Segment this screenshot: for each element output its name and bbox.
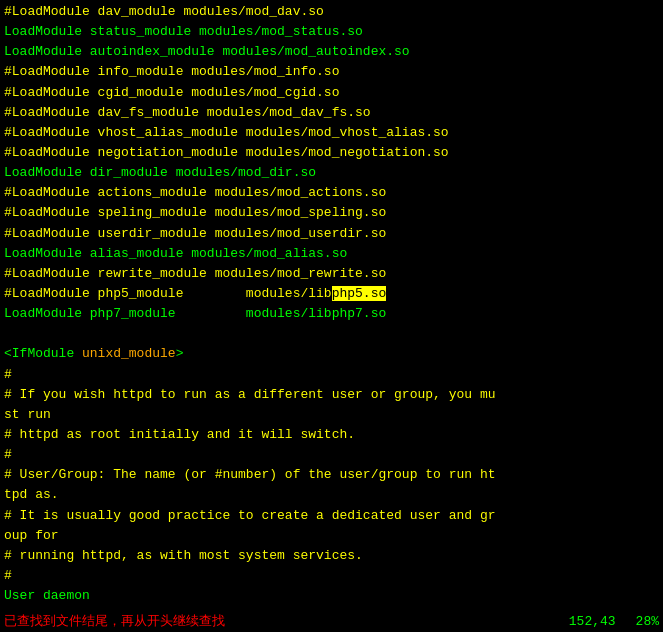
status-right: 152,43 28% [569, 614, 659, 629]
line-19: # [4, 365, 659, 385]
line-16: LoadModule php7_module modules/libphp7.s… [4, 304, 659, 324]
line-12: #LoadModule userdir_module modules/mod_u… [4, 224, 659, 244]
line-21: # httpd as root initially and it will sw… [4, 425, 659, 445]
line-9: LoadModule dir_module modules/mod_dir.so [4, 163, 659, 183]
line-24: # It is usually good practice to create … [4, 506, 659, 546]
line-23: # User/Group: The name (or #number) of t… [4, 465, 659, 505]
line-26: # [4, 566, 659, 586]
line-7: #LoadModule vhost_alias_module modules/m… [4, 123, 659, 143]
line-8: #LoadModule negotiation_module modules/m… [4, 143, 659, 163]
scroll-percent: 28% [636, 614, 659, 629]
line-1: #LoadModule dav_module modules/mod_dav.s… [4, 2, 659, 22]
line-20: # If you wish httpd to run as a differen… [4, 385, 659, 425]
line-17 [4, 324, 659, 344]
line-13: LoadModule alias_module modules/mod_alia… [4, 244, 659, 264]
line-15: #LoadModule php5_module modules/libphp5.… [4, 284, 659, 304]
line-5: #LoadModule cgid_module modules/mod_cgid… [4, 83, 659, 103]
line-14: #LoadModule rewrite_module modules/mod_r… [4, 264, 659, 284]
line-2: LoadModule status_module modules/mod_sta… [4, 22, 659, 42]
line-22: # [4, 445, 659, 465]
line-4: #LoadModule info_module modules/mod_info… [4, 62, 659, 82]
line-10: #LoadModule actions_module modules/mod_a… [4, 183, 659, 203]
line-25: # running httpd, as with most system ser… [4, 546, 659, 566]
code-area[interactable]: #LoadModule dav_module modules/mod_dav.s… [0, 0, 663, 610]
status-message: 已查找到文件结尾，再从开头继续查找 [4, 612, 225, 630]
line-3: LoadModule autoindex_module modules/mod_… [4, 42, 659, 62]
line-27-user: User daemon [4, 586, 659, 606]
cursor-position: 152,43 [569, 614, 616, 629]
line-11: #LoadModule speling_module modules/mod_s… [4, 203, 659, 223]
editor: #LoadModule dav_module modules/mod_dav.s… [0, 0, 663, 632]
status-bar: 已查找到文件结尾，再从开头继续查找 152,43 28% [0, 610, 663, 632]
line-6: #LoadModule dav_fs_module modules/mod_da… [4, 103, 659, 123]
line-18-ifmodule: <IfModule unixd_module> [4, 344, 659, 364]
